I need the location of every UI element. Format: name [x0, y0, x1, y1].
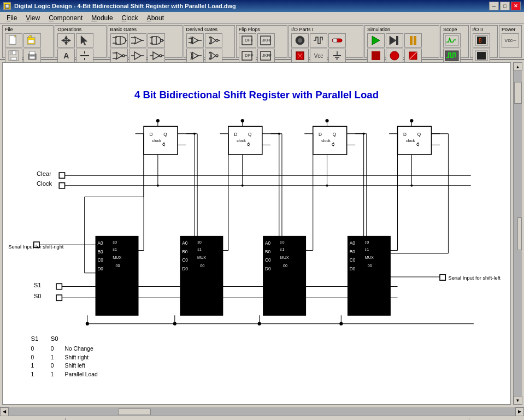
- window-controls[interactable]: ─ □ ✕: [489, 2, 521, 10]
- svg-marker-17: [81, 36, 87, 45]
- svg-rect-131: [59, 183, 64, 188]
- simulation-buttons: [367, 33, 437, 63]
- seven-seg-button[interactable]: [473, 49, 490, 63]
- nor-gate-button[interactable]: [110, 49, 128, 63]
- svg-text:C0: C0: [350, 258, 356, 263]
- menu-component[interactable]: Component: [44, 13, 87, 23]
- vcc-power-button[interactable]: Vcc─: [502, 33, 519, 48]
- gnd-button[interactable]: [328, 49, 346, 63]
- scope2-button[interactable]: [443, 49, 461, 63]
- toolbar: File Operations A: [0, 24, 524, 60]
- maximize-button[interactable]: □: [500, 2, 510, 10]
- svg-point-96: [156, 119, 160, 122]
- scroll-left-button[interactable]: ◀: [0, 407, 9, 416]
- print-button[interactable]: [23, 49, 41, 63]
- menu-about[interactable]: About: [143, 13, 168, 23]
- inverter-button[interactable]: [148, 49, 165, 63]
- hscroll-track[interactable]: [9, 408, 515, 416]
- svg-text:D: D: [149, 132, 152, 137]
- scroll-down-button[interactable]: ▼: [514, 396, 522, 405]
- svg-text:D0: D0: [350, 267, 356, 271]
- close-button[interactable]: ✕: [511, 2, 521, 10]
- xnor-gate-button[interactable]: [205, 33, 222, 48]
- sim-stop-button[interactable]: [367, 49, 385, 63]
- svg-point-76: [390, 51, 399, 60]
- toolbar-group-derived-gates: Derived Gates: [184, 25, 235, 58]
- svg-text:Q: Q: [417, 132, 421, 137]
- hscroll-thumb[interactable]: [118, 409, 151, 415]
- svg-point-126: [410, 119, 413, 122]
- svg-text:s0: s0: [280, 240, 285, 245]
- flip-flops-buttons: DFF JKFF DFF JKFF: [239, 33, 285, 63]
- sim-step-button[interactable]: [386, 33, 403, 48]
- and-gate-button[interactable]: [110, 33, 128, 48]
- menu-clock[interactable]: Clock: [117, 13, 143, 23]
- sim-record-button[interactable]: [386, 49, 403, 63]
- vcc-button[interactable]: Vcc: [310, 49, 327, 63]
- horizontal-scrollbar[interactable]: ◀ ▶: [0, 407, 524, 416]
- toolbar-group-file: File: [2, 25, 54, 58]
- sim-pause-button[interactable]: [404, 33, 422, 48]
- svg-text:0: 0: [31, 354, 34, 360]
- svg-point-35: [122, 55, 125, 57]
- select-button[interactable]: [76, 33, 93, 48]
- vertical-scrollbar[interactable]: ▲ ▼: [513, 62, 522, 405]
- svg-text:MUX: MUX: [113, 255, 121, 260]
- scroll-right-button[interactable]: ▶: [515, 407, 524, 416]
- svg-text:Q̄: Q̄: [162, 143, 166, 147]
- svg-text:B0: B0: [350, 250, 356, 255]
- switch-button[interactable]: [328, 33, 346, 48]
- scroll-thumb[interactable]: [514, 82, 522, 104]
- menu-view[interactable]: View: [21, 13, 44, 23]
- svg-text:MUX: MUX: [197, 255, 206, 260]
- xnor2-gate-button[interactable]: [205, 49, 222, 63]
- jkff-button[interactable]: JKFF: [257, 33, 275, 48]
- svg-text:D: D: [234, 132, 237, 137]
- sim-reset-button[interactable]: [404, 49, 422, 63]
- scope1-button[interactable]: [443, 33, 461, 48]
- canvas-container[interactable]: Majid Naeem 4 Bit Bidirectional Shift Re…: [2, 62, 511, 405]
- svg-text:Q̄: Q̄: [332, 143, 335, 147]
- move-button[interactable]: [57, 33, 75, 48]
- clock-button[interactable]: [310, 33, 327, 48]
- svg-rect-85: [477, 52, 486, 60]
- buffer-button[interactable]: [129, 49, 146, 63]
- minimize-button[interactable]: ─: [489, 2, 499, 10]
- svg-text:Shift right: Shift right: [65, 354, 89, 360]
- svg-text:Clear: Clear: [37, 170, 51, 177]
- svg-text:C0: C0: [182, 258, 188, 263]
- svg-text:S0: S0: [34, 293, 42, 299]
- or-gate-button[interactable]: [129, 33, 146, 48]
- sim-play-button[interactable]: [367, 33, 385, 48]
- svg-rect-73: [410, 36, 413, 45]
- probe-button[interactable]: [291, 33, 309, 48]
- svg-text:B0: B0: [182, 250, 188, 255]
- new-button[interactable]: [5, 33, 22, 48]
- svg-text:Clock: Clock: [37, 180, 52, 187]
- menu-module[interactable]: Module: [87, 13, 117, 23]
- dff-button[interactable]: DFF: [239, 33, 256, 48]
- svg-rect-201: [56, 283, 62, 289]
- menu-file[interactable]: File: [2, 13, 21, 23]
- open-button[interactable]: [23, 33, 41, 48]
- svg-text:00: 00: [283, 263, 287, 268]
- svg-text:D: D: [403, 132, 407, 137]
- text-button[interactable]: A: [57, 49, 75, 63]
- nand-gate-button[interactable]: [148, 33, 165, 48]
- scope-label: Scope: [443, 27, 457, 32]
- scroll-up-button[interactable]: ▲: [514, 62, 522, 71]
- dff2-button[interactable]: DFF: [239, 49, 256, 63]
- svg-text:MUX: MUX: [280, 255, 289, 260]
- svg-text:clock: clock: [321, 138, 331, 143]
- save-button[interactable]: [5, 49, 22, 63]
- led-button[interactable]: [291, 49, 309, 63]
- status-coordinates: x= 364 y= 538: [469, 418, 524, 421]
- svg-text:JKFF: JKFF: [262, 54, 272, 57]
- jkff2-button[interactable]: JKFF: [257, 49, 275, 63]
- svg-point-218: [86, 322, 89, 326]
- xor2-gate-button[interactable]: [186, 49, 204, 63]
- xor-gate-button[interactable]: [186, 33, 204, 48]
- wire-button[interactable]: [76, 49, 93, 63]
- svg-text:00: 00: [368, 263, 372, 268]
- hex-display-button[interactable]: 8: [473, 33, 490, 48]
